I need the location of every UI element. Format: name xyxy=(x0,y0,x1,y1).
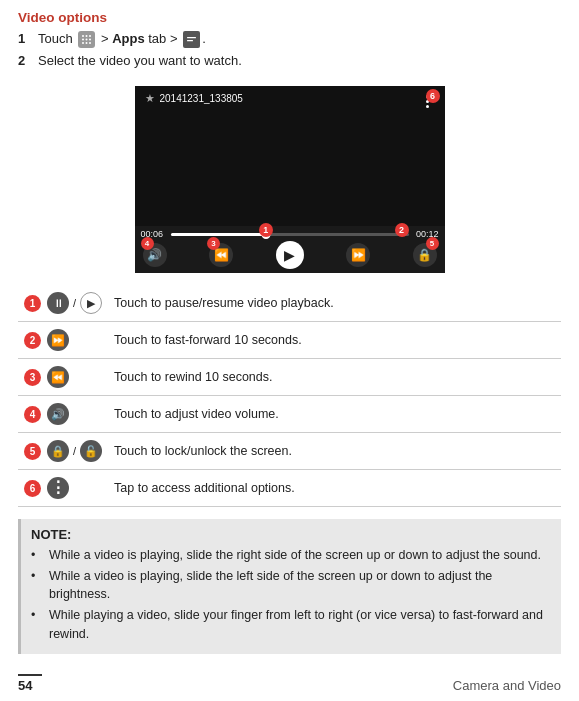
play-icon: ▶ xyxy=(80,292,102,314)
note-item-2: • While a video is playing, slide the le… xyxy=(31,567,551,603)
svg-point-7 xyxy=(86,42,88,44)
badge-6: 6 xyxy=(426,89,440,103)
badge-1: 1 xyxy=(259,223,273,237)
badge-1-table: 1 xyxy=(24,295,41,312)
step-1: 1 Touch > Apps tab > . xyxy=(18,29,561,49)
progress-bar[interactable]: 1 2 xyxy=(171,233,409,236)
table-row: 2 ⏩ Touch to fast-forward 10 seconds. xyxy=(18,322,561,359)
fastforward-button[interactable]: ⏩ xyxy=(346,243,370,267)
page-title: Video options xyxy=(18,10,561,25)
badge-4-table: 4 xyxy=(24,406,41,423)
note-box: NOTE: • While a video is playing, slide … xyxy=(18,519,561,654)
volume-button[interactable]: 🔊 4 xyxy=(143,243,167,267)
video-screen: ★ 20141231_133805 6 xyxy=(135,86,445,226)
table-row: 4 🔊 Touch to adjust video volume. xyxy=(18,396,561,433)
svg-point-3 xyxy=(82,39,84,41)
bullet-1: • xyxy=(31,546,45,564)
badge-6-table: 6 xyxy=(24,480,41,497)
svg-point-0 xyxy=(82,35,84,37)
row-2-desc: Touch to fast-forward 10 seconds. xyxy=(108,322,561,359)
lock-button[interactable]: 🔒 5 xyxy=(413,243,437,267)
row-6-desc: Tap to access additional options. xyxy=(108,470,561,507)
footer: 54 Camera and Video xyxy=(18,668,561,693)
table-row: 3 ⏪ Touch to rewind 10 seconds. xyxy=(18,359,561,396)
note-title: NOTE: xyxy=(31,527,551,542)
badge-4: 4 xyxy=(141,237,154,250)
svg-point-5 xyxy=(89,39,91,41)
table-row: 5 🔒 / 🔓 Touch to lock/unlock the screen. xyxy=(18,433,561,470)
video-player: ★ 20141231_133805 6 xyxy=(135,86,445,273)
table-row: 1 ⏸ / ▶ Touch to pause/resume video play… xyxy=(18,285,561,322)
svg-rect-10 xyxy=(187,40,193,41)
badge-3: 3 xyxy=(207,237,220,250)
bullet-2: • xyxy=(31,567,45,585)
row-4-desc: Touch to adjust video volume. xyxy=(108,396,561,433)
options-table: 1 ⏸ / ▶ Touch to pause/resume video play… xyxy=(18,285,561,507)
rewind-icon: ⏪ xyxy=(47,366,69,388)
unlock-icon: 🔓 xyxy=(80,440,102,462)
fastforward-icon: ⏩ xyxy=(47,329,69,351)
svg-point-1 xyxy=(86,35,88,37)
svg-rect-9 xyxy=(187,37,196,38)
play-button[interactable]: ▶ xyxy=(276,241,304,269)
svg-point-2 xyxy=(89,35,91,37)
badge-2: 2 xyxy=(395,223,409,237)
page-number: 54 xyxy=(18,674,42,693)
volume-icon: 🔊 xyxy=(47,403,69,425)
svg-point-8 xyxy=(89,42,91,44)
row-1-desc: Touch to pause/resume video playback. xyxy=(108,285,561,322)
lock-icon: 🔒 xyxy=(47,440,69,462)
note-item-1: • While a video is playing, slide the ri… xyxy=(31,546,551,564)
svg-point-6 xyxy=(82,42,84,44)
video-filename: ★ 20141231_133805 xyxy=(145,92,243,105)
badge-5: 5 xyxy=(426,237,439,250)
badge-3-table: 3 xyxy=(24,369,41,386)
rewind-button[interactable]: ⏪ 3 xyxy=(209,243,233,267)
bullet-3: • xyxy=(31,606,45,624)
table-row: 6 ⋮ Tap to access additional options. xyxy=(18,470,561,507)
step-2: 2 Select the video you want to watch. xyxy=(18,51,561,71)
footer-label: Camera and Video xyxy=(453,678,561,693)
pause-icon: ⏸ xyxy=(47,292,69,314)
more-options-btn[interactable]: 6 xyxy=(417,90,439,112)
row-3-desc: Touch to rewind 10 seconds. xyxy=(108,359,561,396)
badge-2-table: 2 xyxy=(24,332,41,349)
star-icon: ★ xyxy=(145,92,155,105)
more-icon: ⋮ xyxy=(47,477,69,499)
badge-5-table: 5 xyxy=(24,443,41,460)
svg-point-4 xyxy=(86,39,88,41)
row-5-desc: Touch to lock/unlock the screen. xyxy=(108,433,561,470)
note-item-3: • While playing a video, slide your fing… xyxy=(31,606,551,642)
